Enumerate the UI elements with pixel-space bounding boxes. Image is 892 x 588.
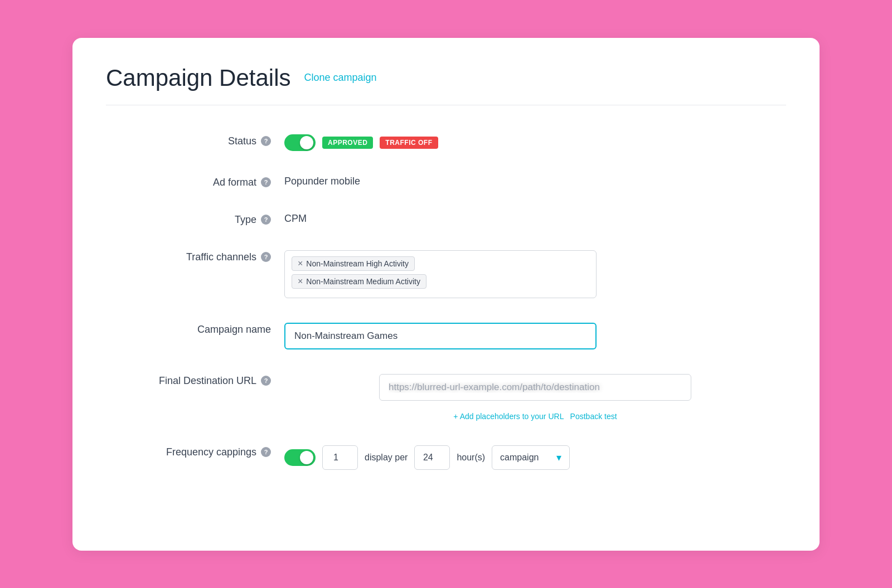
final-destination-url-row: Final Destination URL ? + Add placeholde… bbox=[106, 372, 786, 421]
freq-controls: display per hour(s) campaign ▾ bbox=[284, 445, 570, 470]
frequency-toggle[interactable] bbox=[284, 449, 316, 466]
frequency-cappings-value: display per hour(s) campaign ▾ bbox=[284, 443, 786, 470]
postback-test-link[interactable]: Postback test bbox=[570, 412, 617, 421]
status-toggle[interactable] bbox=[284, 134, 316, 151]
traffic-channels-row: Traffic channels ? × Non-Mainstream High… bbox=[106, 248, 786, 298]
add-placeholders-link[interactable]: + Add placeholders to your URL bbox=[453, 412, 564, 421]
status-label: Status ? bbox=[106, 132, 284, 147]
approved-badge: APPROVED bbox=[322, 137, 373, 149]
ad-format-label: Ad format ? bbox=[106, 173, 284, 188]
ad-format-text: Popunder mobile bbox=[284, 176, 360, 187]
traffic-channels-multiselect[interactable]: × Non-Mainstream High Activity × Non-Mai… bbox=[284, 250, 597, 298]
type-text: CPM bbox=[284, 213, 307, 225]
ad-format-row: Ad format ? Popunder mobile bbox=[106, 173, 786, 188]
chevron-down-icon: ▾ bbox=[556, 451, 561, 464]
type-help-icon[interactable]: ? bbox=[261, 215, 271, 225]
final-destination-url-label: Final Destination URL ? bbox=[106, 372, 284, 387]
type-row: Type ? CPM bbox=[106, 211, 786, 226]
frequency-count-input[interactable] bbox=[322, 445, 358, 470]
card-header: Campaign Details Clone campaign bbox=[106, 65, 786, 105]
display-per-label: display per bbox=[365, 453, 408, 463]
status-row: Status ? APPROVED TRAFFIC OFF bbox=[106, 132, 786, 151]
traffic-off-badge: TRAFFIC OFF bbox=[380, 137, 438, 149]
frequency-cappings-label: Frequency cappings ? bbox=[106, 443, 284, 458]
ad-format-value: Popunder mobile bbox=[284, 173, 786, 187]
tag-remove-medium-activity[interactable]: × bbox=[298, 277, 303, 286]
ad-format-help-icon[interactable]: ? bbox=[261, 177, 271, 187]
campaign-name-label: Campaign name bbox=[106, 320, 284, 336]
campaign-name-row: Campaign name bbox=[106, 320, 786, 349]
traffic-channels-label: Traffic channels ? bbox=[106, 248, 284, 263]
status-value: APPROVED TRAFFIC OFF bbox=[284, 132, 786, 151]
type-value: CPM bbox=[284, 211, 786, 225]
url-links: + Add placeholders to your URL Postback … bbox=[453, 412, 617, 421]
frequency-cappings-row: Frequency cappings ? display per hour(s)… bbox=[106, 443, 786, 470]
campaign-details-card: Campaign Details Clone campaign Status ?… bbox=[72, 38, 820, 551]
traffic-channels-value: × Non-Mainstream High Activity × Non-Mai… bbox=[284, 248, 786, 298]
type-label: Type ? bbox=[106, 211, 284, 226]
campaign-name-input[interactable] bbox=[284, 323, 597, 349]
hours-label: hour(s) bbox=[457, 453, 485, 463]
traffic-channels-help-icon[interactable]: ? bbox=[261, 252, 271, 262]
url-help-icon[interactable]: ? bbox=[261, 376, 271, 386]
url-value: + Add placeholders to your URL Postback … bbox=[284, 372, 786, 421]
frequency-cappings-help-icon[interactable]: ? bbox=[261, 447, 271, 457]
status-help-icon[interactable]: ? bbox=[261, 136, 271, 146]
tag-high-activity: × Non-Mainstream High Activity bbox=[292, 256, 415, 271]
frequency-hours-input[interactable] bbox=[414, 445, 450, 470]
dropdown-selected-value: campaign bbox=[500, 453, 539, 463]
campaign-name-value bbox=[284, 320, 786, 349]
clone-campaign-link[interactable]: Clone campaign bbox=[304, 72, 377, 84]
tag-medium-activity: × Non-Mainstream Medium Activity bbox=[292, 274, 426, 289]
tag-remove-high-activity[interactable]: × bbox=[298, 259, 303, 268]
page-title: Campaign Details bbox=[106, 65, 291, 91]
final-destination-url-input[interactable] bbox=[379, 374, 691, 401]
frequency-scope-dropdown[interactable]: campaign ▾ bbox=[492, 445, 570, 470]
